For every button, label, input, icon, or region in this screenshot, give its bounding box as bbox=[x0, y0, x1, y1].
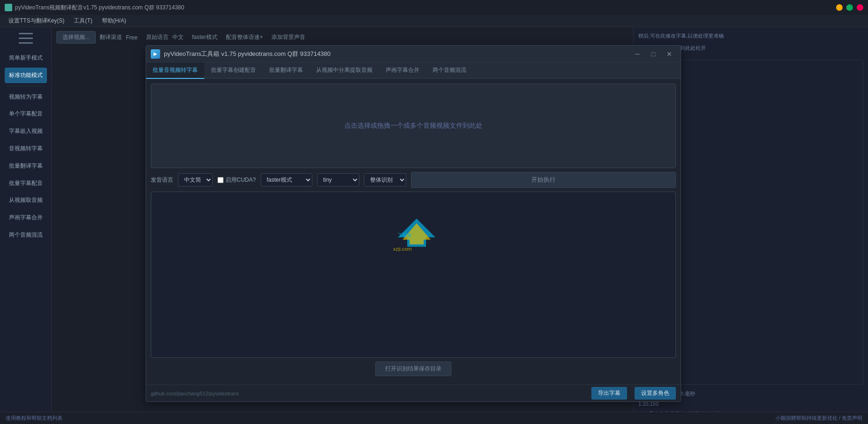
export-subtitle-btn[interactable]: 导出字幕 bbox=[591, 387, 627, 400]
tab-batch-audio-video-subtitle[interactable]: 批量音视频转字幕 bbox=[146, 62, 204, 79]
outer-close-btn[interactable] bbox=[857, 4, 863, 11]
cuda-label: 启用CUDA? bbox=[225, 176, 256, 184]
statusbar-left[interactable]: 使用教程和帮助文档列表 bbox=[6, 415, 62, 422]
tabs-bar: 批量音视频转字幕 批量字幕创建配音 批量翻译字幕 从视频中分离提取音频 声画字幕… bbox=[146, 62, 681, 79]
sidebar-item-video-to-subtitle[interactable]: 视频转为字幕 bbox=[5, 89, 47, 105]
cuda-checkbox-label[interactable]: 启用CUDA? bbox=[217, 176, 256, 184]
github-link: github.com/jianchang512/pyvideotrans bbox=[151, 391, 239, 396]
outer-window: pyVideoTrans视频翻译配音v1.75 pyvideotrans.com… bbox=[0, 0, 868, 424]
sidebar-item-extract-audio[interactable]: 从视频取音频 bbox=[5, 193, 47, 208]
inner-maximize-btn[interactable]: □ bbox=[647, 47, 660, 61]
right-hint-1: 稍后,可在此修改字幕,以便处理更准确 bbox=[638, 32, 863, 40]
sidebar-item-batch-translate[interactable]: 批量翻译字幕 bbox=[5, 158, 47, 174]
tab-subtitle-merge[interactable]: 声画字幕合并 bbox=[379, 62, 426, 79]
original-lang-value: 中文 bbox=[172, 33, 184, 41]
tab-two-audio-mix[interactable]: 两个音频混流 bbox=[426, 62, 473, 79]
outer-titlebar: pyVideoTrans视频翻译配音v1.75 pyvideotrans.com… bbox=[0, 0, 868, 15]
add-bg-sound-label: 添加背景声音 bbox=[271, 33, 305, 41]
tab-extract-audio[interactable]: 从视频中分离提取音频 bbox=[310, 62, 379, 79]
drop-zone-text: 点击选择或拖拽一个或多个音频视频文件到此处 bbox=[344, 122, 482, 130]
faster-mode-label: faster模式 bbox=[192, 33, 217, 41]
sidebar-item-subtitle-embed-video[interactable]: 字幕嵌入视频 bbox=[5, 123, 47, 139]
sidebar-item-subtitle-merge[interactable]: 声画字幕合并 bbox=[5, 210, 47, 225]
inner-title: pyVideoTrans工具箱 v1.75 pyvideotrans.com Q… bbox=[164, 50, 631, 58]
menu-line-1 bbox=[19, 33, 33, 34]
outer-content: 简单新手模式 标准功能模式 视频转为字幕 单个字幕配音 字幕嵌入视频 音视频转字… bbox=[0, 27, 868, 424]
dub-speed-label: 配音整体语速+ bbox=[226, 33, 263, 41]
tab-batch-subtitle-create-dub[interactable]: 批量字幕创建配音 bbox=[204, 62, 263, 79]
inner-window-bottom-bar: github.com/jianchang512/pyvideotrans 导出字… bbox=[146, 385, 681, 401]
inner-minimize-btn[interactable]: ─ bbox=[631, 47, 644, 61]
translate-channel-label: 翻译渠道 bbox=[100, 33, 122, 41]
outer-minimize-btn[interactable]: ─ bbox=[836, 4, 843, 11]
original-lang-label: 原始语言 bbox=[146, 33, 169, 41]
outer-menubar: 设置TTS与翻译Key(S) 工具(T) 帮助(H/A) bbox=[0, 15, 868, 27]
sidebar: 简单新手模式 标准功能模式 视频转为字幕 单个字幕配音 字幕嵌入视频 音视频转字… bbox=[0, 27, 52, 424]
sidebar-item-simple-mode[interactable]: 简单新手模式 bbox=[5, 50, 47, 66]
speech-lang-select[interactable]: 中文简 bbox=[178, 173, 213, 186]
menu-item-help[interactable]: 帮助(H/A) bbox=[97, 16, 131, 26]
sidebar-item-two-audio-mix[interactable]: 两个音频混流 bbox=[5, 227, 47, 243]
bottom-action-buttons: 导出字幕 设置多角色 bbox=[588, 387, 676, 400]
statusbar: 使用教程和帮助文档列表 小额捐赠帮助持续更新优化 / 免责声明 bbox=[0, 412, 868, 424]
inner-close-btn[interactable]: ✕ bbox=[663, 47, 676, 61]
cuda-checkbox[interactable] bbox=[217, 177, 224, 183]
outer-title: pyVideoTrans视频翻译配音v1.75 pyvideotrans.com… bbox=[15, 4, 836, 12]
recognition-select[interactable]: 整体识别 bbox=[364, 173, 406, 186]
outer-window-controls: ─ □ bbox=[836, 4, 863, 11]
inner-app-icon: ▶ bbox=[151, 49, 160, 59]
drop-zone[interactable]: 点击选择或拖拽一个或多个音频视频文件到此处 bbox=[151, 84, 676, 168]
menu-line-2 bbox=[19, 38, 33, 39]
sidebar-divider-1 bbox=[7, 86, 45, 86]
sidebar-item-batch-dub[interactable]: 批量字幕配音 bbox=[5, 176, 47, 191]
menu-item-settings[interactable]: 设置TTS与翻译Key(S) bbox=[4, 16, 69, 26]
inner-titlebar: ▶ pyVideoTrans工具箱 v1.75 pyvideotrans.com… bbox=[146, 46, 681, 62]
sidebar-item-audio-video-subtitle[interactable]: 音视频转字幕 bbox=[5, 141, 47, 156]
speech-lang-label: 发音语言 bbox=[151, 176, 173, 184]
model-select[interactable]: tiny bbox=[317, 173, 359, 186]
tab-batch-translate-subtitle[interactable]: 批量翻译字幕 bbox=[263, 62, 310, 79]
menu-item-tools[interactable]: 工具(T) bbox=[69, 16, 97, 26]
inner-window: ▶ pyVideoTrans工具箱 v1.75 pyvideotrans.com… bbox=[146, 45, 681, 402]
sidebar-menu-toggle[interactable] bbox=[19, 32, 33, 45]
sidebar-item-standard-mode[interactable]: 标准功能模式 bbox=[5, 68, 47, 83]
open-folder-btn[interactable]: 打开识别结果保存目录 bbox=[375, 362, 451, 376]
inner-window-controls: ─ □ ✕ bbox=[631, 47, 676, 61]
translate-channel-value: Free bbox=[126, 34, 138, 41]
mode-select[interactable]: faster模式 bbox=[261, 173, 312, 186]
outer-maximize-btn[interactable]: □ bbox=[846, 4, 853, 11]
select-video-btn[interactable]: 选择视频... bbox=[56, 31, 96, 44]
inner-bottom: 打开识别结果保存目录 bbox=[151, 358, 676, 380]
settings-multi-role-btn[interactable]: 设置多角色 bbox=[635, 387, 676, 400]
menu-line-3 bbox=[19, 42, 33, 44]
statusbar-right: 小额捐赠帮助持续更新优化 / 免责声明 bbox=[775, 415, 862, 422]
outer-app-icon bbox=[5, 4, 12, 11]
output-area bbox=[151, 192, 676, 358]
inner-content: 点击选择或拖拽一个或多个音频视频文件到此处 发音语言 中文简 启用CUDA? bbox=[146, 79, 681, 385]
sidebar-item-single-subtitle-dub[interactable]: 单个字幕配音 bbox=[5, 106, 47, 122]
controls-row: 发音语言 中文简 启用CUDA? faster模式 tiny bbox=[151, 168, 676, 192]
start-execute-btn[interactable]: 开始执行 bbox=[411, 172, 676, 188]
